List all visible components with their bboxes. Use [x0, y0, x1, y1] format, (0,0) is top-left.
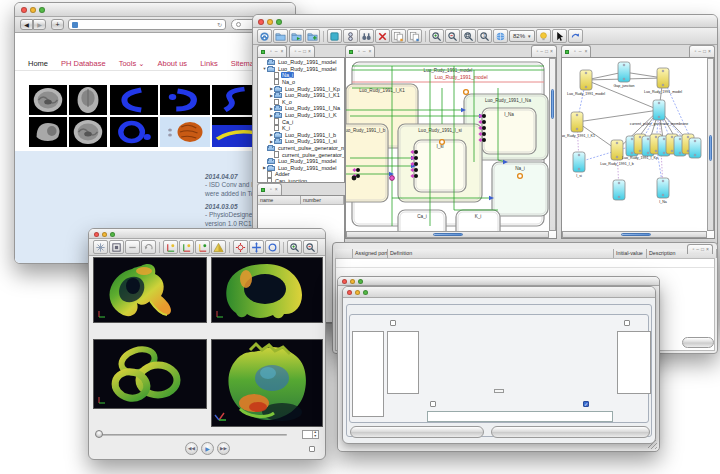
tree-item-Na_i[interactable]: Na_i — [260, 72, 344, 79]
tree-item-Luo_Rudy_1991_model[interactable]: Luo_Rudy_1991_model — [260, 59, 344, 66]
perspective-prism-icon[interactable] — [211, 240, 226, 254]
tab-nesting-diagram[interactable]: ▫–× — [345, 45, 375, 57]
nav-item-links[interactable]: Links — [200, 59, 218, 68]
axis-yx-icon[interactable] — [195, 240, 210, 254]
template-column-name[interactable]: name — [258, 196, 301, 204]
abscissa-field[interactable] — [427, 411, 613, 422]
flint-titlebar[interactable] — [338, 277, 659, 286]
tree-item-current_pulse_generator_membrane[interactable]: current_pulse_generator_membrane — [260, 151, 344, 158]
y1-variable-list[interactable] — [387, 331, 419, 394]
tree-item-Luo_Rudy_1991_model[interactable]: ▼Luo_Rudy_1991_model — [260, 66, 344, 73]
tree-item-Luo_Rudy_1991_model[interactable]: ▶Luo_Rudy_1991_model — [260, 165, 344, 172]
rotate-tool-icon[interactable] — [233, 240, 248, 254]
panel-float-icon[interactable]: ▫ — [694, 49, 696, 54]
nesting-hscrollbar[interactable] — [346, 231, 549, 238]
panel-max-icon[interactable]: □ — [701, 247, 704, 252]
thumbnail-mri-coronal[interactable] — [69, 85, 107, 115]
forward-button[interactable]: ▶ — [33, 19, 46, 30]
minimize-button[interactable] — [350, 279, 355, 284]
panel-max-icon[interactable]: □ — [303, 49, 306, 54]
axis-zy-icon[interactable] — [163, 240, 178, 254]
plot-button[interactable] — [350, 426, 484, 438]
panel-close-icon[interactable]: × — [275, 187, 278, 192]
canvas-zy-plane[interactable] — [93, 257, 207, 323]
pq-column-Initial-value[interactable]: Initial-value — [614, 249, 647, 258]
port-tool-icon[interactable] — [343, 29, 358, 43]
pq-column-row[interactable] — [335, 249, 353, 258]
open-folder-icon[interactable] — [273, 29, 288, 43]
tree-item-K_i[interactable]: K_i — [260, 125, 344, 132]
tab-component-tree[interactable]: ▫–× — [257, 45, 287, 57]
canvas-yx-plane[interactable] — [93, 339, 207, 409]
panel-max-icon[interactable]: □ — [703, 49, 706, 54]
thumbnail-mri-slice[interactable] — [69, 117, 107, 147]
panel-close-icon[interactable]: × — [308, 49, 311, 54]
reload-icon[interactable]: ↻ — [217, 21, 222, 28]
stop-view-icon[interactable] — [109, 240, 124, 254]
zoom-button[interactable] — [276, 19, 282, 25]
zoom-level-select[interactable]: 82%▾ — [509, 30, 535, 42]
axis-zx-icon[interactable] — [179, 240, 194, 254]
nav-item-ph-database[interactable]: PH Database — [61, 59, 106, 68]
add-model-icon[interactable] — [289, 29, 304, 43]
back-button[interactable]: ◀ — [20, 19, 33, 30]
paste-icon[interactable] — [407, 29, 422, 43]
play-button[interactable]: ▶ — [201, 442, 214, 455]
web-icon[interactable] — [493, 29, 508, 43]
close-button[interactable] — [347, 290, 352, 295]
module-tool-icon[interactable] — [327, 29, 342, 43]
canvas-3d-heart[interactable] — [211, 339, 323, 427]
pq-column-Definition[interactable]: Definition — [388, 249, 614, 258]
minimize-button[interactable] — [267, 19, 273, 25]
delete-icon[interactable] — [375, 29, 390, 43]
tree-item-Luo_Rudy_1991_I_b[interactable]: ▶Luo_Rudy_1991_I_b — [260, 132, 344, 139]
nav-item-about-us[interactable]: About us — [158, 59, 188, 68]
tree-item-K_o[interactable]: K_o — [260, 99, 344, 106]
tree-item-Luo_Rudy_1991_I_K1[interactable]: ▶Luo_Rudy_1991_I_K1 — [260, 92, 344, 99]
new-tab-button[interactable]: + — [51, 19, 64, 30]
close-button[interactable] — [258, 19, 264, 25]
y2-variable-list[interactable] — [617, 331, 651, 394]
pq-table-row[interactable] — [336, 259, 714, 268]
next-frame-button[interactable]: ▶▶ — [217, 442, 230, 455]
legend-checkbox[interactable]: ✓ — [583, 401, 589, 407]
panel-min-icon[interactable]: – — [579, 49, 582, 54]
panel-min-icon[interactable]: – — [540, 49, 543, 54]
select-cursor-icon[interactable] — [552, 29, 567, 43]
nesting-box-Luo_Rudy_1991_I_b[interactable] — [346, 124, 388, 202]
panel-min-icon[interactable]: – — [696, 247, 699, 252]
tree-item-Adder[interactable]: Adder — [260, 171, 344, 178]
undo-icon[interactable] — [141, 240, 156, 254]
previous-frame-button[interactable]: ◀◀ — [185, 442, 198, 455]
panel-close-icon[interactable]: × — [550, 49, 553, 54]
url-field[interactable]: ↻ — [68, 19, 226, 30]
thumbnail-mri-axial[interactable] — [29, 85, 67, 115]
abscissa-log-checkbox[interactable] — [430, 401, 436, 407]
tree-diagram-canvas[interactable]: Luo_Rudy_1991_modelGap_junctionLuo_Rudy_… — [561, 57, 715, 239]
panel-close-icon[interactable]: × — [706, 247, 709, 252]
thumbnail-mri-sagittal[interactable] — [29, 117, 67, 147]
zoom-in-icon[interactable] — [287, 240, 302, 254]
minimize-button[interactable] — [355, 290, 360, 295]
panel-float-icon[interactable]: ▫ — [358, 49, 360, 54]
minimize-button[interactable] — [102, 232, 107, 237]
template-column-number[interactable]: number — [301, 196, 344, 204]
close-button[interactable] — [342, 279, 347, 284]
close-button[interactable] — [21, 7, 27, 13]
nav-item-tools[interactable]: Tools ⌄ — [119, 59, 145, 68]
auto-rotate-checkbox[interactable] — [309, 446, 315, 452]
zoom-button[interactable] — [39, 7, 45, 13]
panel-close-icon[interactable]: × — [708, 49, 711, 54]
panel-min-icon[interactable]: – — [275, 49, 278, 54]
export-csv-button[interactable] — [491, 426, 650, 438]
panel-max-icon[interactable]: □ — [545, 49, 548, 54]
copy-icon[interactable] — [391, 29, 406, 43]
panel-min-icon[interactable]: – — [298, 49, 301, 54]
panel-close-icon[interactable]: × — [281, 49, 284, 54]
tree-item-current_pulse_generator_membrane[interactable]: current_pulse_generator_membrane — [260, 145, 344, 152]
panel-float-icon[interactable]: ▫ — [692, 247, 694, 252]
zoom-in-icon[interactable] — [429, 29, 444, 43]
thumbnail-segmentation-ring[interactable] — [110, 117, 158, 147]
timeline-thumb[interactable] — [95, 430, 103, 438]
panel-float-icon[interactable]: ▫ — [536, 49, 538, 54]
